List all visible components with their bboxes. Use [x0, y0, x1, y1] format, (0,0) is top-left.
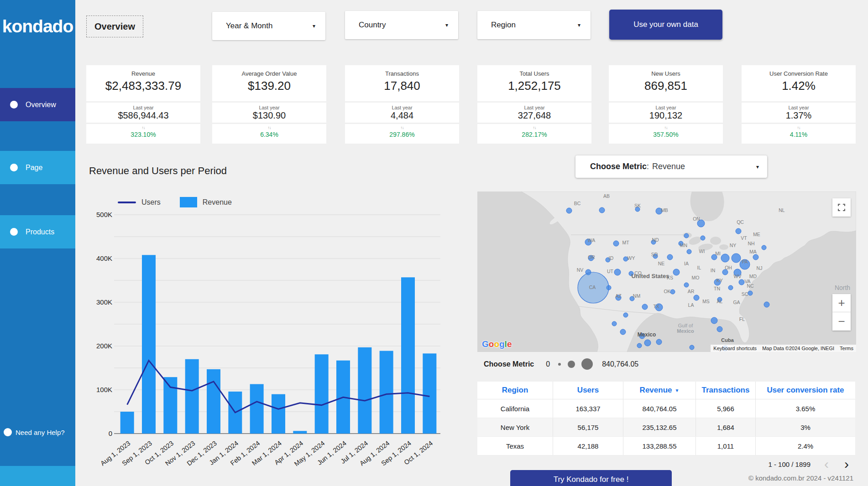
- bubble-size-legend: Choose Metric 0 840,764.05: [484, 358, 638, 370]
- column-header-region[interactable]: Region: [477, 382, 553, 399]
- chart-title: Revenue and Users per Period: [89, 165, 227, 177]
- svg-text:UT: UT: [607, 269, 614, 274]
- cell-transactions: 5,966: [696, 399, 756, 418]
- table-header-row: Region Users Revenue▼ Transactions User …: [477, 382, 855, 399]
- svg-text:SK: SK: [634, 203, 641, 208]
- chevron-left-icon[interactable]: ‹: [824, 457, 829, 471]
- svg-text:TN: TN: [714, 286, 720, 291]
- country-filter[interactable]: Country ▾: [345, 11, 458, 39]
- table-row[interactable]: New York 56,175 235,132.65 1,684 3%: [477, 418, 855, 437]
- svg-text:MO: MO: [692, 275, 700, 280]
- filter-label: Year & Month: [226, 21, 272, 31]
- try-kondado-button[interactable]: Try Kondado for free !: [510, 470, 672, 486]
- change-arrows-icon: ↑↓: [212, 126, 326, 130]
- column-header-conversion[interactable]: User conversion rate: [756, 382, 855, 399]
- table-row[interactable]: California 163,337 840,764.05 5,966 3.65…: [477, 399, 855, 418]
- filter-label: Country: [359, 21, 386, 30]
- copyright-text: © kondado.com.br 2024 - v241121: [712, 474, 853, 482]
- column-header-transactions[interactable]: Transactions: [696, 382, 756, 399]
- kpi-change: 6.34%: [212, 131, 326, 138]
- keyboard-shortcuts-link[interactable]: Keyboard shortcuts: [711, 345, 759, 352]
- cell-conversion: 3.65%: [756, 399, 855, 418]
- metric-label: Choose Metric: [590, 162, 647, 171]
- terms-link[interactable]: Terms: [837, 345, 856, 352]
- zoom-in-button[interactable]: +: [832, 294, 851, 312]
- change-arrows-icon: ↑↓: [477, 126, 591, 130]
- svg-text:LA: LA: [688, 302, 694, 308]
- last-year-label: Last year: [212, 105, 326, 110]
- kpi-card-revenue: Revenue$2,483,333.79 Last year$586,944.4…: [86, 65, 200, 144]
- svg-text:AL: AL: [717, 299, 723, 304]
- last-year-value: $586,944.43: [86, 110, 200, 121]
- kpi-change: 4.11%: [742, 131, 856, 138]
- pagination-range: 1 - 100 / 1899: [768, 460, 810, 468]
- google-logo[interactable]: Google: [482, 339, 512, 349]
- change-arrows-icon: ↑↓: [86, 126, 200, 130]
- svg-text:ID: ID: [609, 255, 614, 261]
- kpi-change: 297.86%: [345, 131, 459, 138]
- sidebar-item-overview[interactable]: Overview: [0, 88, 75, 121]
- kpi-card-transactions: Transactions17,840 Last year4,484 ↑↓297.…: [345, 65, 459, 144]
- svg-text:IL: IL: [697, 265, 701, 270]
- sidebar-item-label: Products: [26, 228, 54, 236]
- region-filter[interactable]: Region ▾: [477, 11, 591, 39]
- kpi-label: New Users: [609, 70, 723, 77]
- kpi-card-total-users: Total Users1,252,175 Last year327,648 ↑↓…: [477, 65, 591, 144]
- kpi-card-aov: Average Order Value$139.20 Last year$130…: [212, 65, 326, 144]
- kpi-label: Average Order Value: [212, 70, 326, 77]
- svg-text:GA: GA: [733, 300, 740, 305]
- chevron-right-icon[interactable]: ›: [844, 457, 849, 471]
- kpi-change: 357.50%: [609, 131, 723, 138]
- sidebar-item-products[interactable]: Products: [0, 215, 75, 248]
- kpi-value: 17,840: [345, 79, 459, 93]
- change-arrows-icon: ↑↓: [742, 126, 856, 130]
- geo-bubble-map[interactable]: BCABSKMBONQCNLWAORIDMTNDSDMNWIMINYVTNHMA…: [477, 191, 856, 352]
- kpi-card-new-users: New Users869,851 Last year190,132 ↑↓357.…: [609, 65, 723, 144]
- year-month-filter[interactable]: Year & Month ▾: [212, 12, 325, 40]
- sidebar: kondado Overview Page Products Need any …: [0, 0, 75, 486]
- metric-value: Revenue: [652, 162, 685, 171]
- svg-text:NV: NV: [577, 267, 584, 273]
- region-table: Region Users Revenue▼ Transactions User …: [477, 382, 855, 455]
- svg-text:NY: NY: [730, 243, 737, 248]
- nav-dot-icon: [10, 101, 18, 109]
- users-line-swatch: [118, 202, 136, 203]
- svg-text:North: North: [835, 284, 850, 291]
- svg-text:IA: IA: [684, 261, 689, 266]
- chevron-down-icon: ▾: [313, 23, 315, 29]
- svg-text:KY: KY: [716, 278, 723, 283]
- chevron-down-icon: ▾: [756, 164, 759, 170]
- cell-conversion: 2.4%: [756, 437, 855, 455]
- svg-text:AZ: AZ: [615, 293, 622, 299]
- sidebar-item-page[interactable]: Page: [0, 151, 75, 184]
- kpi-change: 323.10%: [86, 131, 200, 138]
- need-help-link[interactable]: Need any Help?: [0, 424, 75, 440]
- fullscreen-button[interactable]: [832, 198, 851, 217]
- revenue-users-chart[interactable]: 0100K200K300K400K500KAug 1, 2023Sep 1, 2…: [87, 208, 447, 477]
- svg-text:NL: NL: [779, 207, 785, 213]
- column-header-revenue[interactable]: Revenue▼: [623, 382, 696, 399]
- last-year-label: Last year: [86, 105, 200, 110]
- sidebar-item-label: Overview: [26, 101, 56, 109]
- use-your-own-data-button[interactable]: Use your own data: [609, 10, 722, 40]
- help-label: Need any Help?: [16, 429, 65, 436]
- svg-text:NJ: NJ: [757, 265, 763, 271]
- last-year-label: Last year: [345, 105, 459, 110]
- last-year-label: Last year: [742, 105, 856, 110]
- svg-text:MB: MB: [661, 207, 668, 213]
- svg-text:FL: FL: [739, 316, 745, 322]
- help-dot-icon: [4, 428, 12, 436]
- cell-region: Texas: [477, 437, 553, 455]
- large-circle-icon: [581, 358, 593, 370]
- svg-text:MT: MT: [622, 240, 629, 245]
- map-data-attribution: Map Data ©2024 Google, INEGI: [759, 345, 837, 352]
- svg-text:OH: OH: [725, 265, 732, 270]
- cell-revenue: 235,132.65: [623, 418, 696, 436]
- zoom-out-button[interactable]: −: [832, 312, 851, 331]
- column-header-users[interactable]: Users: [553, 382, 623, 399]
- change-arrows-icon: ↑↓: [609, 126, 723, 130]
- page-title: Overview: [86, 16, 143, 37]
- choose-metric-select[interactable]: Choose Metric:Revenue ▾: [575, 155, 767, 178]
- svg-text:NM: NM: [633, 293, 640, 299]
- table-row[interactable]: Texas 42,188 133,288.55 1,011 2.4%: [477, 437, 855, 455]
